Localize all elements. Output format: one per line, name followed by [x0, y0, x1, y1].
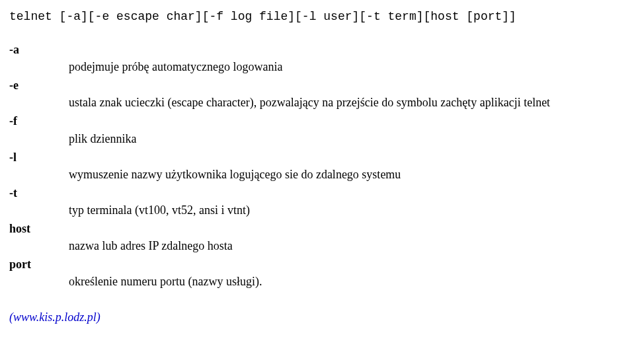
option-desc: określenie numeru portu (nazwy usługi).: [9, 273, 625, 290]
option-desc: typ terminala (vt100, vt52, ansi i vtnt): [9, 201, 625, 219]
option-flag: host: [9, 220, 69, 237]
options-list: -a podejmuje próbę automatycznego logowa…: [9, 41, 625, 290]
source-link[interactable]: (www.kis.p.lodz.pl): [9, 309, 625, 326]
option-flag: -t: [9, 184, 69, 201]
option-desc: plik dziennika: [9, 130, 625, 147]
option-port: port: [9, 256, 625, 273]
option-e: -e: [9, 77, 625, 94]
option-desc: podejmuje próbę automatycznego logowania: [9, 58, 625, 75]
option-l: -l: [9, 149, 625, 166]
option-host: host: [9, 220, 625, 237]
option-t: -t: [9, 184, 625, 201]
option-desc: ustala znak ucieczki (escape character),…: [9, 94, 625, 111]
option-flag: -f: [9, 112, 69, 129]
option-flag: -l: [9, 149, 69, 166]
command-synopsis: telnet [-a][-e escape char][-f log file]…: [9, 8, 625, 25]
option-f: -f: [9, 112, 625, 129]
option-desc: wymuszenie nazwy użytkownika logującego …: [9, 166, 625, 183]
option-desc: nazwa lub adres IP zdalnego hosta: [9, 237, 625, 254]
option-flag: port: [9, 256, 69, 273]
option-flag: -e: [9, 77, 69, 94]
option-a: -a: [9, 41, 625, 58]
option-flag: -a: [9, 41, 69, 58]
